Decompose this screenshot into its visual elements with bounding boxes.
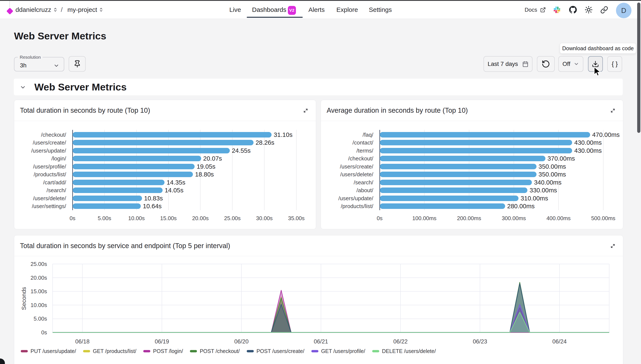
- legend-label: POST /login/: [153, 348, 183, 354]
- dashboard-code-button[interactable]: { }: [607, 56, 622, 72]
- legend-item[interactable]: POST /login/: [143, 348, 183, 354]
- nav-settings[interactable]: Settings: [369, 1, 392, 19]
- legend-item[interactable]: GET /products/list/: [83, 348, 136, 354]
- icon-graphic: [19, 84, 27, 90]
- avatar[interactable]: D: [616, 3, 631, 18]
- bar[interactable]: [73, 188, 163, 193]
- bar[interactable]: [380, 148, 572, 154]
- bar[interactable]: [73, 148, 230, 154]
- bottom-left-overlay-corner: [0, 358, 5, 364]
- share-link-icon[interactable]: [600, 1, 608, 19]
- section-title: Web Server Metrics: [34, 81, 127, 93]
- daterange-button[interactable]: Last 7 days: [483, 56, 532, 72]
- bar[interactable]: [380, 188, 527, 193]
- x-tick-label: 500.00ms: [591, 215, 615, 222]
- breadcrumb-org[interactable]: ddanielcruzz: [16, 1, 51, 19]
- nav-live[interactable]: Live: [229, 1, 241, 19]
- chevron-down-icon: [54, 63, 59, 70]
- section-web-server-metrics[interactable]: Web Server Metrics: [14, 78, 623, 95]
- expand-icon[interactable]: [302, 108, 309, 114]
- card-total-duration-by-service-endpoint: Total duration in seconds by service and…: [14, 235, 623, 364]
- breadcrumb-project[interactable]: my-project: [68, 1, 97, 19]
- bar-value-label: 24.55s: [232, 147, 251, 154]
- legend-label: POST /checkout/: [200, 348, 240, 354]
- legend-label: POST /users/create/: [257, 348, 304, 354]
- bar[interactable]: [380, 140, 572, 145]
- legend-item[interactable]: POST /users/create/: [247, 348, 304, 354]
- y-tick-label: 25.00s: [22, 261, 47, 268]
- tooltip: Download dashboard as code: [560, 43, 636, 54]
- bar-value-label: 14.35s: [167, 179, 186, 186]
- logfire-logo[interactable]: [6, 8, 13, 14]
- bar-category-label: /faq/: [321, 132, 373, 138]
- bar[interactable]: [380, 172, 536, 177]
- bar[interactable]: [73, 164, 195, 169]
- x-tick-label: 200.00ms: [457, 215, 481, 222]
- nav-explore[interactable]: Explore: [336, 1, 358, 19]
- bar[interactable]: [73, 172, 193, 177]
- slack-icon[interactable]: [554, 1, 560, 19]
- y-tick-label: 10.00s: [22, 302, 47, 308]
- refresh-button[interactable]: [537, 56, 555, 72]
- bar[interactable]: [73, 180, 165, 185]
- legend-label: GET /products/list/: [93, 348, 136, 354]
- bar[interactable]: [380, 132, 590, 138]
- bar-category-label: /products/list/: [14, 171, 66, 178]
- bar[interactable]: [380, 196, 518, 201]
- bar[interactable]: [380, 204, 505, 209]
- pin-dashboard-button[interactable]: [69, 56, 86, 72]
- section-collapse-chevron-icon[interactable]: [19, 84, 27, 90]
- bar[interactable]: [73, 204, 141, 209]
- x-tick-label: 25.00s: [224, 215, 241, 222]
- legend-item[interactable]: POST /checkout/: [190, 348, 240, 354]
- x-tick-label: 0s: [70, 215, 75, 222]
- y-tick-label: 20.00s: [22, 274, 47, 281]
- bar-value-label: 310.00ms: [521, 195, 548, 202]
- bar[interactable]: [380, 156, 545, 161]
- pin-icon: [73, 60, 81, 68]
- x-tick-label: 30.00s: [256, 215, 273, 222]
- nav-dashboards[interactable]: Dashboards: [252, 1, 286, 19]
- bar[interactable]: [73, 132, 272, 138]
- icon-graphic: [573, 61, 579, 67]
- bar[interactable]: [73, 196, 142, 201]
- bar-value-label: 280.00ms: [507, 202, 535, 210]
- legend-item[interactable]: DELETE /users/delete/: [372, 348, 436, 354]
- gridline: [603, 130, 603, 210]
- bar-value-label: 470.00ms: [592, 131, 620, 138]
- bar-value-label: 19.05s: [197, 163, 216, 170]
- icon-graphic: [610, 243, 616, 249]
- theme-toggle-sun-icon[interactable]: [584, 1, 593, 19]
- bar[interactable]: [380, 164, 536, 169]
- bar[interactable]: [73, 140, 254, 145]
- x-tick-label: 100.00ms: [412, 215, 436, 222]
- x-tick-label: 35.00s: [288, 215, 305, 222]
- legend-item[interactable]: PUT /users/update/: [21, 348, 76, 354]
- icon-graphic: [554, 6, 560, 13]
- icon-graphic: [610, 108, 616, 114]
- x-tick-label: 06/23: [473, 338, 487, 345]
- x-tick-label: 06/20: [234, 338, 249, 345]
- scrollbar-thumb[interactable]: [637, 2, 640, 133]
- bar[interactable]: [73, 156, 201, 161]
- icon-graphic: [593, 66, 602, 78]
- icon-graphic: [522, 61, 528, 67]
- github-icon[interactable]: [569, 1, 577, 19]
- legend-item[interactable]: GET /users/profile/: [311, 348, 365, 354]
- project-switcher-icon[interactable]: [98, 7, 104, 13]
- x-tick-label: 5.00s: [98, 215, 111, 222]
- expand-icon[interactable]: [610, 243, 616, 249]
- icon-graphic: [302, 108, 309, 114]
- bar-value-label: 330.00ms: [529, 187, 557, 194]
- expand-icon[interactable]: [610, 108, 616, 114]
- calendar-icon: [522, 61, 528, 67]
- bar-value-label: 350.00ms: [539, 163, 566, 170]
- docs-link[interactable]: Docs: [525, 1, 546, 19]
- legend-swatch: [83, 350, 90, 352]
- org-switcher-icon[interactable]: [53, 7, 58, 13]
- bar[interactable]: [380, 180, 532, 185]
- nav-alerts[interactable]: Alerts: [308, 1, 325, 19]
- bar-category-label: /users/delete/: [321, 171, 373, 178]
- autorefresh-select[interactable]: Off: [558, 56, 583, 72]
- area-chart-total-duration-by-service: Seconds PUT /users/update/GET /products/…: [14, 256, 623, 364]
